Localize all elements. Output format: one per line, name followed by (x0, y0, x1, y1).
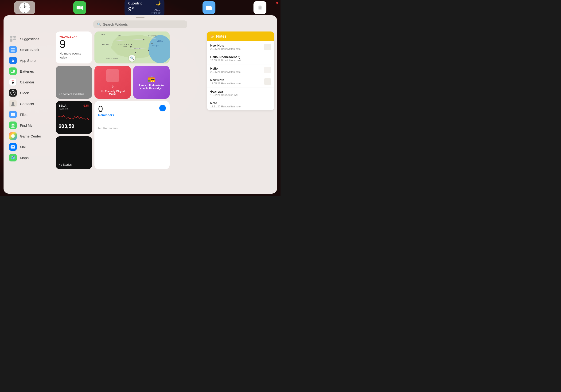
note-item-1[interactable]: New Note 26.05.21 Handwritten note (207, 41, 274, 53)
widget-music[interactable]: ♪ No Recently Played Music (95, 66, 131, 99)
podcasts-icon: 📻 (147, 75, 155, 83)
widget-map[interactable]: BIA Niš Constanța Varna Burgas SOVO BULG… (95, 32, 170, 64)
note-content-1: New Note 26.05.21 Handwritten note (210, 44, 262, 50)
smart-stack-icon (9, 46, 17, 53)
reminders-divider (98, 119, 166, 120)
widgets-grid: WEDNESDAY 9 No more events today (53, 32, 204, 194)
note-meta-2: 25.05.21 No additional text (210, 59, 271, 62)
game-center-label: Game Center (20, 134, 41, 138)
note-content-3: Hello 25.05.21 Handwritten note (210, 67, 262, 73)
find-my-icon (9, 121, 17, 129)
note-thumb-3 (264, 67, 271, 73)
mail-label: Mail (20, 145, 27, 149)
note-thumb-4 (264, 78, 271, 85)
note-item-4[interactable]: New Note 12.05.21 Handwritten note (207, 76, 274, 87)
batteries-icon (9, 67, 17, 75)
weather-highlow: H:19° L:8° (150, 12, 161, 14)
files-icon-top (203, 1, 216, 14)
stocks-company: Tesla, Inc. (58, 107, 69, 110)
files-label: Files (20, 113, 27, 117)
svg-rect-11 (206, 6, 208, 7)
sidebar: Suggestions Smart Stack (3, 32, 53, 194)
game-center-icon (9, 132, 17, 140)
svg-marker-9 (81, 6, 83, 10)
notes-title: Notes (216, 34, 227, 39)
svg-rect-16 (10, 39, 12, 42)
note-title-1: New Note (210, 44, 262, 47)
note-title-4: New Note (210, 78, 262, 82)
suggestions-icon (9, 35, 17, 43)
svg-point-32 (11, 104, 15, 106)
sidebar-item-maps[interactable]: 🗺️ Maps (7, 152, 53, 163)
note-item-2[interactable]: Hello, PhoneArena :) 25.05.21 No additio… (207, 53, 274, 64)
facetime-icon-top (73, 1, 86, 14)
pull-handle[interactable] (136, 17, 144, 18)
sidebar-item-app-store[interactable]: A App Store (7, 55, 53, 66)
reminders-icon[interactable]: ☰ (159, 105, 166, 111)
svg-point-52 (135, 52, 136, 53)
smart-stack-label: Smart Stack (20, 48, 39, 52)
notes-body: New Note 26.05.21 Handwritten note (207, 41, 274, 110)
note-title-6: Note (210, 101, 271, 105)
calendar-icon: WED 9 (9, 78, 17, 86)
svg-rect-14 (10, 36, 12, 38)
note-title-3: Hello (210, 67, 262, 70)
sidebar-item-clock[interactable]: Clock (7, 87, 53, 98)
search-bar[interactable]: 🔍 Search Widgets (93, 21, 187, 28)
sidebar-item-calendar[interactable]: WED 9 Calendar (7, 76, 53, 87)
svg-rect-26 (11, 70, 13, 72)
search-icon: 🔍 (97, 22, 101, 26)
widget-no-content[interactable]: No content available (56, 66, 92, 99)
sidebar-item-find-my[interactable]: Find My (7, 120, 53, 131)
note-item-3[interactable]: Hello 25.05.21 Handwritten note (207, 64, 274, 76)
music-note-icon: ♪ (112, 83, 114, 89)
reminders-count: 0 (98, 105, 166, 113)
widget-podcasts[interactable]: 📻 Launch Podcasts to enable this widget (133, 66, 170, 99)
reminders-empty: No Reminders (98, 126, 166, 130)
map-container: BIA Niš Constanța Varna Burgas SOVO BULG… (95, 32, 170, 64)
svg-point-50 (151, 43, 153, 44)
note-item-5[interactable]: Фактура 12.02.21 ФонАрена АД (207, 87, 274, 99)
note-content-2: Hello, PhoneArena :) 25.05.21 No additio… (210, 55, 271, 62)
widget-stories[interactable]: No Stories (56, 136, 92, 169)
mail-icon (9, 143, 17, 151)
map-search-button[interactable]: 🔍 (129, 55, 135, 62)
sidebar-item-batteries[interactable]: Batteries (7, 66, 53, 76)
svg-rect-19 (11, 48, 15, 49)
note-content-6: Note 11.11.20 Handwritten note (210, 101, 271, 108)
sidebar-item-mail[interactable]: Mail (7, 142, 53, 152)
app-store-label: App Store (20, 58, 36, 63)
note-meta-1: 26.05.21 Handwritten note (210, 47, 262, 50)
svg-point-51 (148, 50, 149, 51)
calendar-label: Calendar (20, 80, 34, 84)
stocks-ticker: TSLA (58, 104, 69, 107)
files-icon (9, 111, 17, 118)
cal-date: 9 (59, 39, 88, 50)
search-placeholder: Search Widgets (103, 22, 128, 26)
svg-rect-25 (15, 70, 15, 72)
stocks-price: 603,59 (58, 123, 89, 129)
svg-rect-21 (11, 51, 15, 52)
sidebar-item-smart-stack[interactable]: Smart Stack (7, 44, 53, 55)
stocks-change: -1,54 (83, 104, 89, 107)
clock-icon (9, 89, 17, 97)
find-my-label: Find My (20, 123, 32, 127)
svg-rect-34 (11, 113, 13, 114)
stories-text: No Stories (58, 163, 72, 166)
sidebar-item-game-center[interactable]: Game Center (7, 131, 53, 142)
weather-widget-top: Cupertino 🌙 9° Clear H:19° L:8° (125, 0, 164, 16)
suggestions-label: Suggestions (20, 37, 40, 41)
widget-calendar[interactable]: WEDNESDAY 9 No more events today (56, 32, 92, 64)
svg-point-7 (24, 7, 25, 8)
contacts-icon (9, 100, 17, 107)
widget-reminders[interactable]: ☰ 0 Reminders No Reminders (95, 101, 170, 169)
widget-stocks[interactable]: TSLA Tesla, Inc. -1,54 603,59 (56, 101, 92, 134)
app-store-icon: A (9, 57, 17, 64)
sidebar-item-suggestions[interactable]: Suggestions (7, 33, 53, 44)
svg-point-36 (12, 124, 14, 126)
sidebar-item-contacts[interactable]: Contacts (7, 98, 53, 109)
note-meta-4: 12.05.21 Handwritten note (210, 82, 262, 85)
note-item-6[interactable]: Note 11.11.20 Handwritten note (207, 99, 274, 110)
clock-widget-top (14, 1, 35, 14)
sidebar-item-files[interactable]: Files (7, 109, 53, 120)
